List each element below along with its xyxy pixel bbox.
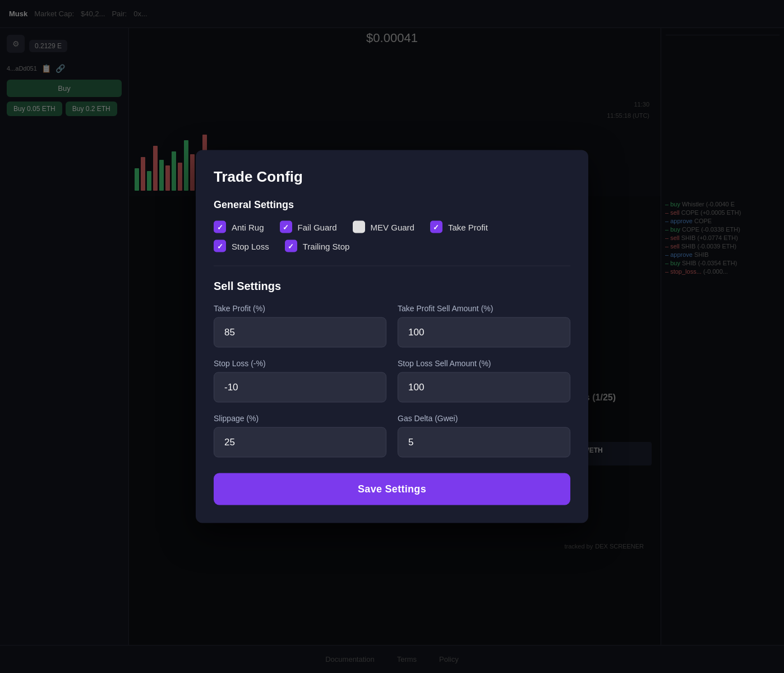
checkbox-trailing-stop[interactable]: ✓ Trailing Stop [285,240,350,252]
label-take-profit-pct: Take Profit (%) [214,304,386,313]
checkbox-stop-loss[interactable]: ✓ Stop Loss [214,240,269,252]
form-group-slippage: Slippage (%) [214,414,386,458]
checkbox-take-profit-label: Take Profit [448,222,488,232]
checkbox-take-profit-box[interactable]: ✓ [430,221,442,233]
sell-settings-title: Sell Settings [214,280,570,293]
checkbox-take-profit[interactable]: ✓ Take Profit [430,221,488,233]
checkboxes-row-1: ✓ Anti Rug ✓ Fail Guard MEV Guard ✓ Take… [214,221,570,233]
input-stop-loss-sell-amount[interactable] [398,372,570,403]
checkbox-mev-guard-label: MEV Guard [371,222,414,232]
form-group-stop-loss-sell-amount: Stop Loss Sell Amount (%) [398,359,570,403]
general-settings-title: General Settings [214,199,570,211]
save-settings-button[interactable]: Save Settings [214,473,570,505]
checkbox-mev-guard[interactable]: MEV Guard [353,221,414,233]
form-group-take-profit-pct: Take Profit (%) [214,304,386,348]
checkmark-stop-loss: ✓ [217,242,223,250]
checkbox-anti-rug-label: Anti Rug [232,222,264,232]
checkbox-trailing-stop-label: Trailing Stop [303,241,350,251]
section-divider [214,266,570,266]
checkbox-fail-guard-label: Fail Guard [298,222,337,232]
checkboxes-row-2: ✓ Stop Loss ✓ Trailing Stop [214,240,570,252]
checkmark-fail-guard: ✓ [283,223,289,231]
checkbox-anti-rug[interactable]: ✓ Anti Rug [214,221,264,233]
input-stop-loss-pct[interactable] [214,372,386,403]
form-group-take-profit-sell-amount: Take Profit Sell Amount (%) [398,304,570,348]
label-stop-loss-sell-amount: Stop Loss Sell Amount (%) [398,359,570,368]
modal-title: Trade Config [214,168,570,186]
checkbox-fail-guard[interactable]: ✓ Fail Guard [280,221,337,233]
input-take-profit-sell-amount[interactable] [398,317,570,348]
checkbox-anti-rug-box[interactable]: ✓ [214,221,226,233]
form-group-stop-loss-pct: Stop Loss (-%) [214,359,386,403]
input-slippage[interactable] [214,427,386,458]
checkbox-mev-guard-box[interactable] [353,221,365,233]
checkbox-fail-guard-box[interactable]: ✓ [280,221,292,233]
label-take-profit-sell-amount: Take Profit Sell Amount (%) [398,304,570,313]
checkmark-trailing-stop: ✓ [288,242,294,250]
checkbox-stop-loss-box[interactable]: ✓ [214,240,226,252]
form-group-gas-delta: Gas Delta (Gwei) [398,414,570,458]
checkbox-trailing-stop-box[interactable]: ✓ [285,240,297,252]
input-gas-delta[interactable] [398,427,570,458]
label-stop-loss-pct: Stop Loss (-%) [214,359,386,368]
checkbox-stop-loss-label: Stop Loss [232,241,269,251]
label-slippage: Slippage (%) [214,414,386,423]
checkmark-take-profit: ✓ [433,223,439,231]
checkmark-anti-rug: ✓ [217,223,223,231]
sell-settings-form: Take Profit (%) Take Profit Sell Amount … [214,304,570,458]
trade-config-modal: Trade Config General Settings ✓ Anti Rug… [196,150,588,523]
input-take-profit-pct[interactable] [214,317,386,348]
label-gas-delta: Gas Delta (Gwei) [398,414,570,423]
